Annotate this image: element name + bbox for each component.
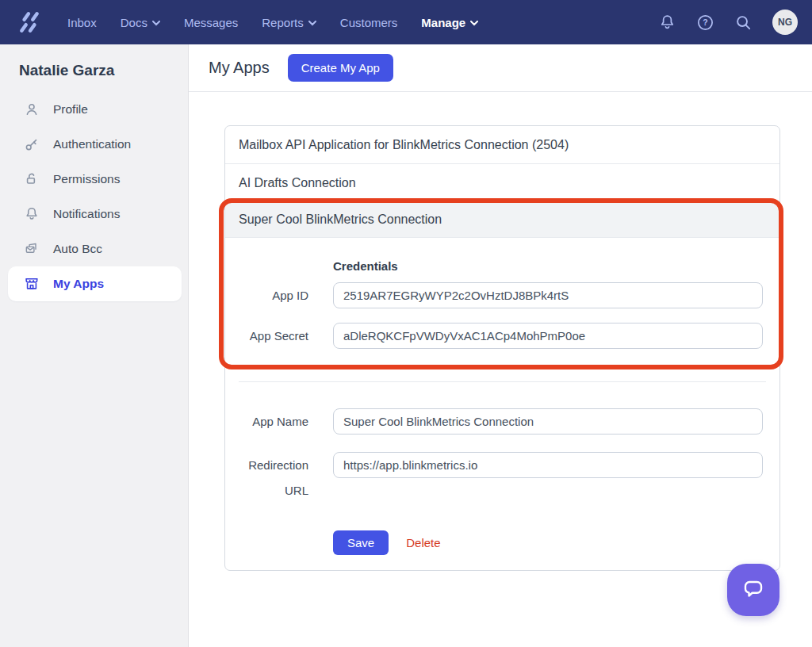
sidebar-item-permissions[interactable]: Permissions xyxy=(8,162,182,197)
top-navbar: Inbox Docs Messages Reports Customers Ma… xyxy=(0,0,812,44)
nav-item-label: Manage xyxy=(421,16,465,29)
chat-widget-button[interactable] xyxy=(727,564,779,616)
nav-item-messages[interactable]: Messages xyxy=(172,16,250,29)
unlock-icon xyxy=(24,171,40,187)
nav-item-customers[interactable]: Customers xyxy=(328,16,410,29)
helpscout-logo-icon[interactable] xyxy=(17,10,41,34)
sidebar-item-auto-bcc[interactable]: Auto Bcc xyxy=(8,232,182,266)
app-row-title: AI Drafts Connection xyxy=(239,176,356,190)
help-question-icon[interactable]: ? xyxy=(696,13,714,32)
sidebar-item-my-apps[interactable]: My Apps xyxy=(8,266,182,301)
nav-item-docs[interactable]: Docs xyxy=(109,16,172,29)
sidebar-item-label: Permissions xyxy=(53,172,120,186)
app-details-panel: Credentials App ID App Secret App Name R… xyxy=(225,259,779,555)
sidebar-item-label: My Apps xyxy=(53,277,104,291)
redirection-url-label: Redirection URL xyxy=(239,453,308,503)
app-row-title: Super Cool BlinkMetrics Connection xyxy=(239,212,442,227)
notifications-bell-icon[interactable] xyxy=(658,13,676,32)
nav-item-label: Customers xyxy=(340,16,398,29)
app-row-ai-drafts[interactable]: AI Drafts Connection xyxy=(225,164,779,202)
chevron-down-icon xyxy=(470,21,478,26)
section-divider xyxy=(239,381,766,382)
storefront-icon xyxy=(24,276,40,292)
apps-list-card: Mailbox API Application for BlinkMetrics… xyxy=(224,125,780,571)
app-row-title: Mailbox API Application for BlinkMetrics… xyxy=(239,138,569,152)
app-row-mailbox-api[interactable]: Mailbox API Application for BlinkMetrics… xyxy=(225,126,779,164)
sidebar-user-name: Natalie Garza xyxy=(0,44,188,79)
sidebar-item-label: Profile xyxy=(53,102,88,117)
form-actions: Save Delete xyxy=(333,530,766,555)
nav-item-reports[interactable]: Reports xyxy=(250,16,328,29)
sidebar-item-authentication[interactable]: Authentication xyxy=(8,127,182,162)
nav-item-label: Docs xyxy=(121,16,147,29)
user-avatar[interactable]: NG xyxy=(772,10,798,35)
app-name-field-row: App Name xyxy=(239,408,766,435)
navbar-right-actions: ? NG xyxy=(658,10,798,35)
sidebar-item-label: Authentication xyxy=(53,137,131,151)
settings-sidebar: Natalie Garza Profile Authentication xyxy=(0,44,189,647)
svg-text:?: ? xyxy=(703,17,707,27)
create-my-app-button[interactable]: Create My App xyxy=(288,54,393,82)
nav-item-label: Inbox xyxy=(67,16,97,29)
main-navigation: Inbox Docs Messages Reports Customers Ma… xyxy=(56,16,490,29)
delete-link[interactable]: Delete xyxy=(406,536,440,549)
user-icon xyxy=(24,101,40,117)
app-row-super-cool-expanded[interactable]: Super Cool BlinkMetrics Connection xyxy=(225,202,779,238)
chevron-down-icon xyxy=(308,21,316,26)
app-name-input[interactable] xyxy=(333,408,763,435)
app-secret-input[interactable] xyxy=(333,323,763,349)
app-secret-label: App Secret xyxy=(239,329,308,343)
app-secret-field-row: App Secret xyxy=(239,323,766,349)
nav-item-inbox[interactable]: Inbox xyxy=(56,16,109,29)
key-icon xyxy=(24,136,40,152)
app-id-input[interactable] xyxy=(333,282,763,308)
sidebar-nav: Profile Authentication Permissions xyxy=(0,92,188,301)
page-header: My Apps Create My App xyxy=(189,44,812,92)
envelopes-icon xyxy=(24,241,40,257)
bell-icon xyxy=(24,206,40,222)
chat-bubble-icon xyxy=(741,578,765,602)
chevron-down-icon xyxy=(152,21,160,26)
save-button[interactable]: Save xyxy=(333,530,389,555)
redirection-url-input[interactable] xyxy=(333,452,763,478)
app-id-label: App ID xyxy=(239,289,308,302)
app-id-field-row: App ID xyxy=(239,282,766,308)
sidebar-item-label: Notifications xyxy=(53,207,120,221)
sidebar-item-label: Auto Bcc xyxy=(53,242,102,256)
page-title: My Apps xyxy=(209,59,270,77)
nav-item-manage[interactable]: Manage xyxy=(409,16,490,29)
main-content: My Apps Create My App Mailbox API Applic… xyxy=(189,44,812,647)
app-name-label: App Name xyxy=(239,415,308,428)
redirection-url-field-row: Redirection URL xyxy=(239,452,766,503)
credentials-heading: Credentials xyxy=(333,259,779,273)
search-icon[interactable] xyxy=(734,13,753,32)
sidebar-item-profile[interactable]: Profile xyxy=(8,92,182,127)
sidebar-item-notifications[interactable]: Notifications xyxy=(8,197,182,232)
app-settings-form: App Name Redirection URL Save Delete xyxy=(225,408,779,555)
nav-item-label: Reports xyxy=(262,16,304,29)
nav-item-label: Messages xyxy=(184,16,238,29)
